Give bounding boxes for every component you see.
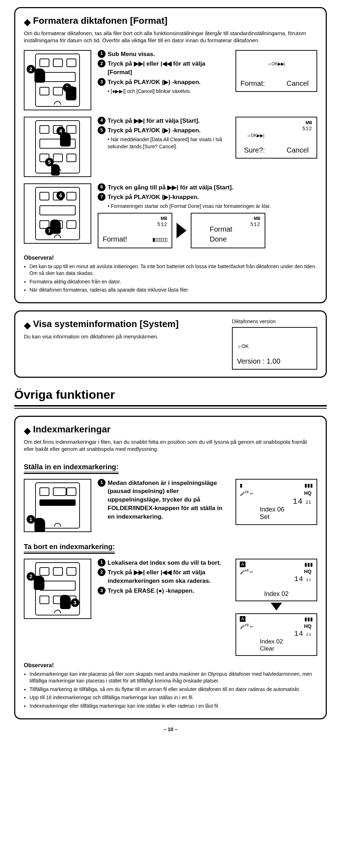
format-row-1: 2 3 1Sub Menu visas. 2Tryck på ▶▶| eller… [24,50,317,110]
format-steps-4-5: 4Tryck på ▶▶| för att välja [Start]. 5Tr… [98,117,229,177]
mic-hi-icon: 🎤HI ✂ [240,623,253,629]
lcd-format-cancel: ☼OK▶▶| Format: Cancel [236,50,317,92]
callout-3: 3 [71,598,79,607]
hand-icon [34,68,45,83]
format-title-text: Formatera diktafonen [Format] [33,15,168,26]
ok-icon: ☼OK [237,343,249,349]
hand-icon [60,595,71,609]
ok-icon: ☼OK▶▶| [247,133,264,138]
other-functions-title: Övriga funktioner [14,388,327,402]
system-intro: Du kan visa information om diktafonen på… [24,333,221,340]
device-diagram-1: 2 3 [24,50,91,110]
del-index-row: 2 3 1Lokalisera det index som du vill ta… [24,559,317,656]
index-observe-list: Indexmarkeringar kan inte placeras på fi… [24,671,317,710]
format-steps-1-3: 1Sub Menu visas. 2Tryck på ▶▶| eller |◀◀… [98,50,229,110]
folder-a-icon: A [240,562,245,567]
set-index-row: 1 1Medan diktafonen är i inspelningsläge… [24,479,317,532]
lcd-index-set: ▮ ▮▮▮ 🎤HI ✂ HQ 14 21 Index 06 Set [236,479,317,525]
arrow-right-icon [177,223,186,238]
mic-hi-icon: 🎤HI ✂ [240,569,253,575]
callout-2: 2 [27,65,35,73]
index-section: Indexmarkeringar Om det finns indexmarke… [14,416,327,719]
step-num-6: 6 [98,183,105,191]
format-observe-title: Observera! [24,255,317,261]
lcd-index-02: A ▮▮▮ 🎤HI ✂ HQ 14 21 Index 02 [236,559,317,601]
set-index-text: 1Medan diktafonen är i inspelningsläge (… [98,479,229,532]
step-num-1: 1 [98,50,105,58]
step-num-1: 1 [98,479,105,487]
section-divider [14,405,327,409]
step-num-2: 2 [98,60,105,67]
del-index-text: 1Lokalisera det index som du vill ta bor… [98,559,229,656]
battery-icon: ▮▮▮ [304,616,313,622]
arrow-down-icon [271,603,282,610]
lcd-index-02-clear: A ▮▮▮ 🎤HI ✂ HQ 14 21 Index 02 Clear [236,613,317,656]
format-done-row: MB 512 Format! ▮▯▯▯▯▯▯ MB 512 Format Don… [98,213,317,248]
folder-a-icon: A [240,616,245,622]
format-row-3: 6 7 6Tryck en gång till på ▶▶| för att v… [24,183,317,248]
del-index-heading: Ta bort en indexmarkering: [24,543,115,554]
folder-icon: ▮ [240,482,243,488]
lcd-sure-cancel: MB 512 ☼OK▶▶| Sure?: Cancel [236,117,317,159]
callout-6: 6 [56,191,65,200]
lcd-version: ☼OK Version : 1.00 [232,327,317,370]
hand-icon [66,86,76,100]
index-intro: Om det finns indexmarkeringar i filen, k… [24,438,317,453]
mic-hi-icon: 🎤HI ✂ [240,490,253,496]
format-section: Formatera diktafonen [Format] Om du form… [14,7,327,303]
format-observe-list: Det kan ta upp till en minut att avsluta… [24,263,317,294]
progress-bar-icon: ▮▯▯▯▯▯▯ [152,236,167,243]
step-num-3: 3 [98,587,105,595]
index-title: Indexmarkeringar [24,424,317,435]
lcd-format-running: MB 512 Format! ▮▯▯▯▯▯▯ [98,213,172,248]
hand-icon [60,132,71,146]
format-title: Formatera diktafonen [Format] [24,15,317,26]
system-caption: Diktafonens version [232,319,317,324]
diamond-icon [24,428,31,431]
device-diagram-set: 1 [24,479,91,532]
step-num-3: 3 [98,78,105,86]
step-num-4: 4 [98,117,105,125]
system-title: Visa systeminformation [System] [24,319,221,330]
index-observe-title: Observera! [24,662,317,669]
device-diagram-2: 4 5 [24,117,91,177]
hand-icon [34,518,45,532]
time-readout: 14 21 [294,630,312,638]
step-num-1: 1 [98,559,105,566]
system-section: Visa systeminformation [System] Du kan v… [14,310,327,378]
step-num-2: 2 [98,568,105,576]
hand-icon [34,576,44,590]
ok-icon: ☼OK▶▶| [267,61,285,66]
format-intro: Om du formaterar diktafonen, tas alla fi… [24,30,317,44]
lcd-format-done: MB 512 Format Done [191,213,265,248]
page-number: – 10 – [14,726,327,732]
format-steps-6-7: 6Tryck en gång till på ▶▶| för att välja… [98,183,317,248]
diamond-icon [24,19,31,23]
lcd-index-del-stack: A ▮▮▮ 🎤HI ✂ HQ 14 21 Index 02 A ▮▮▮ 🎤HI … [236,559,317,656]
hand-icon [50,220,61,234]
format-row-2: 4 5 4Tryck på ▶▶| för att välja [Start].… [24,117,317,177]
set-index-heading: Ställa in en indexmarkering: [24,463,119,474]
device-diagram-3: 6 7 [24,183,91,244]
battery-icon: ▮▮▮ [304,562,313,567]
time-readout: 14 21 [294,575,312,583]
battery-icon: ▮▮▮ [304,482,313,488]
diamond-icon [24,322,31,326]
callout-1: 1 [27,515,35,524]
step-num-7: 7 [98,193,105,201]
time-readout: 14 21 [293,497,312,506]
device-diagram-del: 2 3 [24,559,91,619]
step-num-5: 5 [98,126,105,134]
hand-icon [51,164,60,176]
